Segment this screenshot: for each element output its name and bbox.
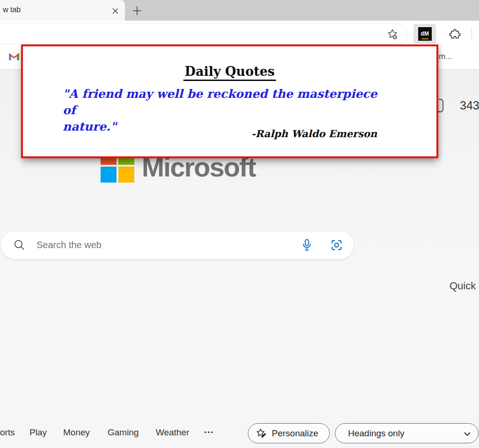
plus-icon	[132, 6, 142, 16]
quote-author: -Ralph Waldo Emerson	[23, 128, 377, 140]
dm-extension-icon: dM	[418, 27, 432, 41]
tab-close-button[interactable]	[109, 5, 121, 16]
nav-item-money[interactable]: Money	[63, 427, 90, 438]
visual-search-icon	[330, 239, 343, 251]
nav-item-play[interactable]: Play	[29, 427, 47, 438]
search-icon	[14, 239, 25, 253]
gmail-bookmark[interactable]	[7, 50, 21, 63]
nav-item-gaming[interactable]: Gaming	[108, 427, 139, 438]
close-icon	[112, 7, 119, 15]
partially-hidden-icon	[439, 99, 443, 112]
nav-item-weather[interactable]: Weather	[156, 427, 189, 438]
truncated-bookmark[interactable]: m...	[439, 52, 452, 61]
chevron-down-icon	[463, 430, 472, 440]
microphone-icon	[301, 238, 313, 251]
star-pencil-icon	[255, 427, 268, 440]
personalize-button[interactable]: Personalize	[248, 423, 330, 443]
new-tab-button[interactable]	[131, 5, 143, 17]
search-input[interactable]	[36, 235, 289, 255]
nav-item-sports[interactable]: orts	[0, 427, 15, 438]
daily-quotes-extension-button[interactable]: dM	[414, 24, 436, 44]
puzzle-icon	[449, 28, 461, 41]
extensions-menu-button[interactable]	[448, 27, 462, 41]
tab-bar: w tab	[0, 0, 479, 21]
counter-value: 343	[460, 99, 479, 112]
tab-title: w tab	[3, 6, 21, 14]
feed-display-value: Headings only	[348, 428, 404, 439]
browser-toolbar: dM	[0, 21, 479, 44]
personalize-label: Personalize	[272, 428, 318, 439]
voice-search-button[interactable]	[299, 237, 314, 253]
quote-line-1: "A friend may well be reckoned the maste…	[63, 86, 385, 118]
toolbar-divider	[472, 28, 472, 41]
daily-quotes-title: Daily Quotes	[183, 64, 276, 81]
feed-display-dropdown[interactable]: Headings only	[335, 423, 479, 443]
star-add-icon	[386, 28, 399, 40]
browser-window: w tab dM	[0, 0, 479, 448]
daily-quotes-content: Daily Quotes "A friend may well be recko…	[23, 46, 436, 156]
add-favorite-button[interactable]	[385, 27, 399, 41]
nav-more-button[interactable]: …	[203, 424, 214, 436]
quick-links-label: Quick l	[450, 280, 479, 292]
web-search-bar[interactable]	[1, 231, 354, 259]
gmail-icon	[8, 51, 20, 62]
address-bar[interactable]	[0, 23, 407, 44]
tab-new-tab[interactable]: w tab	[0, 0, 125, 21]
visual-search-button[interactable]	[328, 237, 344, 253]
daily-quotes-popup: Daily Quotes "A friend may well be recko…	[21, 44, 438, 158]
